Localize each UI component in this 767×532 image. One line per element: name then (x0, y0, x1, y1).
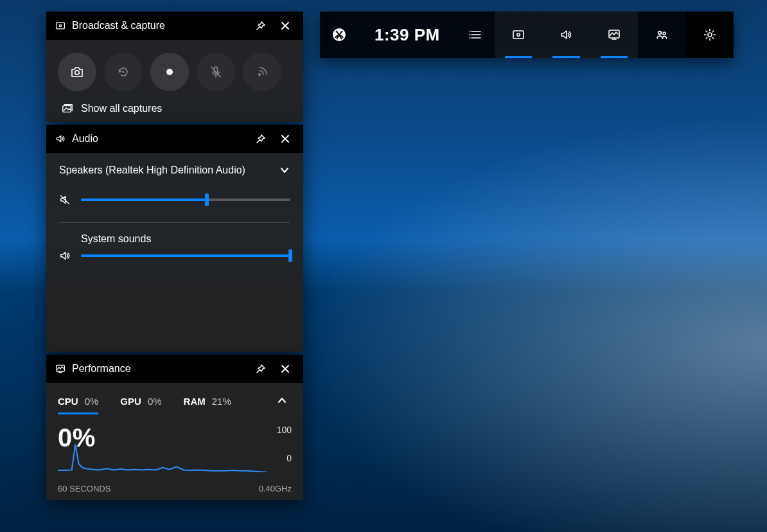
audio-titlebar[interactable]: Audio (46, 125, 303, 153)
mute-icon[interactable] (59, 194, 71, 206)
svg-point-23 (59, 24, 61, 26)
svg-point-4 (469, 31, 470, 32)
svg-line-21 (712, 31, 714, 32)
capture-title: Broadcast & capture (72, 20, 165, 31)
chevron-down-icon (279, 164, 290, 176)
svg-rect-7 (513, 31, 524, 39)
performance-icon (608, 28, 621, 41)
cpu-clock: 0.40GHz (259, 484, 292, 493)
tab-ram-value: 21% (212, 396, 231, 407)
toolbar-time: 1:39 PM (358, 12, 457, 58)
capture-titlebar[interactable]: Broadcast & capture (46, 12, 303, 40)
toolbar-performance-button[interactable] (590, 12, 638, 58)
capture-widget-icon (55, 21, 66, 31)
show-all-captures-link[interactable]: Show all captures (62, 103, 292, 114)
tab-gpu-value: 0% (148, 396, 162, 407)
pin-button[interactable] (252, 130, 270, 148)
pin-button[interactable] (252, 360, 270, 378)
toolbar-capture-button[interactable] (495, 12, 542, 58)
camera-icon (69, 64, 85, 80)
svg-point-11 (658, 31, 662, 35)
show-all-captures-label: Show all captures (81, 103, 162, 114)
menu-list-icon (469, 28, 482, 41)
tab-ram-name: RAM (184, 396, 206, 407)
y-axis-min: 0 (287, 453, 292, 463)
xbox-button[interactable] (320, 12, 358, 58)
mic-off-icon (208, 64, 224, 80)
close-button[interactable] (276, 17, 294, 35)
clock-text: 1:39 PM (375, 25, 440, 45)
cpu-chart (58, 426, 267, 472)
svg-point-13 (708, 33, 712, 37)
mic-toggle-button[interactable] (197, 53, 235, 91)
system-sounds-label: System sounds (58, 233, 292, 245)
close-button[interactable] (276, 360, 294, 378)
record-icon (162, 64, 177, 80)
pin-icon (256, 134, 266, 144)
close-icon (280, 21, 290, 31)
close-icon (280, 364, 290, 374)
speaker-icon[interactable] (59, 250, 71, 262)
performance-titlebar[interactable]: Performance (46, 355, 303, 383)
divider (59, 222, 290, 223)
master-volume-slider[interactable] (81, 199, 290, 201)
capture-widget-icon (512, 28, 525, 41)
svg-point-26 (166, 69, 173, 75)
y-axis-max: 100 (277, 425, 292, 435)
svg-point-12 (663, 32, 666, 35)
performance-icon (55, 364, 66, 374)
game-bar-toolbar: 1:39 PM (320, 12, 734, 58)
svg-point-25 (122, 71, 124, 73)
broadcast-icon (254, 64, 270, 80)
tab-gpu[interactable]: GPU 0% (120, 389, 161, 413)
record-button[interactable] (150, 53, 189, 91)
svg-line-29 (211, 67, 220, 77)
pin-icon (256, 364, 266, 374)
tab-cpu[interactable]: CPU 0% (58, 389, 98, 413)
audio-device-selector[interactable]: Speakers (Realtek High Definition Audio) (58, 164, 292, 180)
audio-device-label: Speakers (Realtek High Definition Audio) (59, 164, 245, 176)
svg-rect-27 (215, 67, 218, 73)
toolbar-audio-button[interactable] (542, 12, 590, 58)
system-sounds-slider[interactable] (81, 254, 290, 257)
pin-icon (256, 21, 266, 31)
svg-line-18 (706, 31, 707, 32)
svg-point-5 (469, 34, 470, 35)
record-last-icon (116, 64, 131, 80)
widget-menu-button[interactable] (456, 12, 495, 58)
record-last-button[interactable] (104, 53, 143, 91)
svg-point-24 (75, 71, 79, 75)
screenshot-button[interactable] (58, 53, 96, 91)
chevron-up-icon (276, 395, 288, 406)
tab-gpu-name: GPU (120, 396, 141, 407)
audio-title: Audio (72, 133, 98, 145)
speaker-icon (560, 28, 572, 41)
tab-cpu-value: 0% (85, 396, 99, 407)
svg-point-30 (258, 73, 261, 76)
performance-widget: Performance CPU 0% GPU 0% RAM 21% (46, 355, 303, 500)
capture-widget: Broadcast & capture (46, 12, 303, 122)
svg-line-20 (706, 37, 707, 39)
xbox-icon (331, 27, 347, 42)
speaker-icon (55, 134, 66, 144)
tab-cpu-name: CPU (58, 396, 78, 407)
audio-widget: Audio Speakers (Realtek High Definition … (46, 125, 303, 352)
pin-button[interactable] (252, 17, 270, 35)
close-icon (280, 134, 290, 144)
social-icon (655, 28, 668, 41)
svg-line-19 (712, 37, 714, 39)
close-button[interactable] (276, 130, 294, 148)
broadcast-button[interactable] (243, 53, 281, 91)
gallery-icon (62, 103, 73, 114)
tab-ram[interactable]: RAM 21% (184, 389, 231, 413)
svg-rect-22 (57, 22, 65, 29)
x-axis-label: 60 SECONDS (58, 484, 110, 493)
gear-icon (703, 28, 716, 41)
svg-point-6 (469, 37, 470, 39)
collapse-button[interactable] (272, 391, 292, 412)
performance-title: Performance (72, 363, 131, 375)
toolbar-settings-button[interactable] (686, 12, 734, 58)
toolbar-social-button[interactable] (638, 12, 685, 58)
svg-point-8 (517, 33, 520, 36)
